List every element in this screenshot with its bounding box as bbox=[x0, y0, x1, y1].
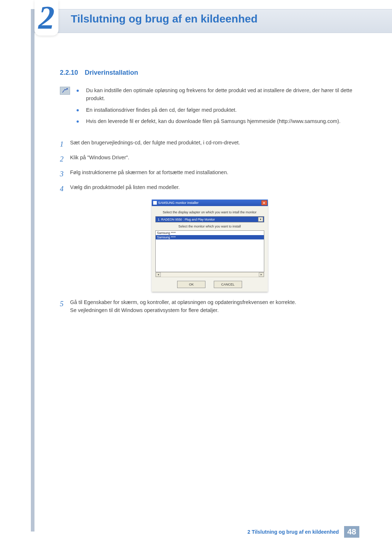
step-number: 4 bbox=[60, 183, 70, 194]
note-list: Du kan indstille den optimale opløsning … bbox=[77, 87, 359, 129]
step-text-line: Gå til Egenskaber for skærm, og kontroll… bbox=[70, 299, 296, 305]
step-5: 5 Gå til Egenskaber for skærm, og kontro… bbox=[60, 298, 359, 315]
step-number: 2 bbox=[60, 153, 70, 165]
section-number: 2.2.10 bbox=[60, 69, 78, 76]
list-item[interactable]: Samsung **** bbox=[156, 235, 264, 239]
app-icon bbox=[153, 201, 157, 205]
step-text: Vælg din produktmodel på listen med mode… bbox=[70, 183, 359, 194]
adapter-value: 1. RADEON 9550 : Plug and Play Monitor bbox=[158, 218, 258, 221]
horizontal-scrollbar[interactable]: ◂ ▸ bbox=[155, 272, 264, 277]
chapter-badge: 2 bbox=[34, 0, 58, 36]
step-text: Sæt den brugervejlednings-cd, der fulgte… bbox=[70, 139, 359, 150]
ok-button[interactable]: OK bbox=[177, 281, 205, 288]
note-text: En installationsdriver findes på den cd,… bbox=[86, 106, 237, 114]
note-item: Hvis den leverede fil er defekt, kan du … bbox=[77, 118, 359, 126]
monitor-listbox[interactable]: Samsung **** Samsung **** bbox=[155, 230, 264, 272]
installer-dialog-figure: SAMSUNG monitor installer × Select the d… bbox=[152, 200, 268, 292]
bullet-icon bbox=[77, 90, 79, 92]
scroll-right-icon[interactable]: ▸ bbox=[259, 272, 264, 277]
installer-dialog: SAMSUNG monitor installer × Select the d… bbox=[152, 200, 268, 292]
step-text: Følg instruktionerne på skærmen for at f… bbox=[70, 168, 359, 180]
note-text: Du kan indstille den optimale opløsning … bbox=[86, 87, 359, 103]
step-text: Gå til Egenskaber for skærm, og kontroll… bbox=[70, 298, 359, 315]
monitor-label: Select the monitor which you want to ins… bbox=[155, 225, 264, 228]
note-item: Du kan indstille den optimale opløsning … bbox=[77, 87, 359, 103]
page-content: 2.2.10 Driverinstallation Du kan indstil… bbox=[60, 69, 359, 318]
step-4: 4 Vælg din produktmodel på listen med mo… bbox=[60, 183, 359, 194]
dialog-buttons: OK CANCEL bbox=[155, 281, 264, 288]
page-footer: 2 Tilslutning og brug af en kildeenhed 4… bbox=[0, 526, 392, 538]
section-header: 2.2.10 Driverinstallation bbox=[60, 69, 359, 77]
step-number: 5 bbox=[60, 298, 70, 315]
left-stripe bbox=[31, 9, 34, 532]
step-text: Klik på "Windows Driver". bbox=[70, 153, 359, 165]
note-icon bbox=[60, 87, 70, 95]
bullet-icon bbox=[77, 109, 79, 111]
step-1: 1 Sæt den brugervejlednings-cd, der fulg… bbox=[60, 139, 359, 150]
step-3: 3 Følg instruktionerne på skærmen for at… bbox=[60, 168, 359, 180]
note-text: Hvis den leverede fil er defekt, kan du … bbox=[86, 118, 340, 126]
footer-text: 2 Tilslutning og brug af en kildeenhed bbox=[248, 529, 339, 535]
page-number: 48 bbox=[344, 526, 359, 538]
dialog-title: SAMSUNG monitor installer bbox=[158, 201, 261, 205]
note-block: Du kan indstille den optimale opløsning … bbox=[60, 87, 359, 129]
close-icon[interactable]: × bbox=[261, 200, 267, 205]
bullet-icon bbox=[77, 120, 79, 123]
section-title: Driverinstallation bbox=[85, 69, 138, 76]
dialog-titlebar: SAMSUNG monitor installer × bbox=[152, 200, 268, 206]
step-number: 1 bbox=[60, 139, 70, 150]
list-item[interactable]: Samsung **** bbox=[156, 231, 264, 235]
cancel-button[interactable]: CANCEL bbox=[214, 281, 242, 288]
chapter-title: Tilslutning og brug af en kildeenhed bbox=[71, 13, 257, 25]
step-number: 3 bbox=[60, 168, 70, 180]
step-2: 2 Klik på "Windows Driver". bbox=[60, 153, 359, 165]
steps-list: 1 Sæt den brugervejlednings-cd, der fulg… bbox=[60, 139, 359, 315]
dialog-body: Select the display adapter on which you … bbox=[152, 206, 268, 292]
step-text-line: Se vejledningen til dit Windows operativ… bbox=[70, 307, 219, 313]
scroll-left-icon[interactable]: ◂ bbox=[156, 272, 161, 277]
chapter-number: 2 bbox=[34, 0, 58, 36]
chevron-down-icon[interactable]: ▾ bbox=[258, 217, 263, 222]
adapter-select[interactable]: 1. RADEON 9550 : Plug and Play Monitor ▾ bbox=[155, 216, 264, 222]
note-item: En installationsdriver findes på den cd,… bbox=[77, 106, 359, 114]
scroll-track[interactable] bbox=[161, 272, 259, 277]
adapter-label: Select the display adapter on which you … bbox=[155, 210, 264, 214]
